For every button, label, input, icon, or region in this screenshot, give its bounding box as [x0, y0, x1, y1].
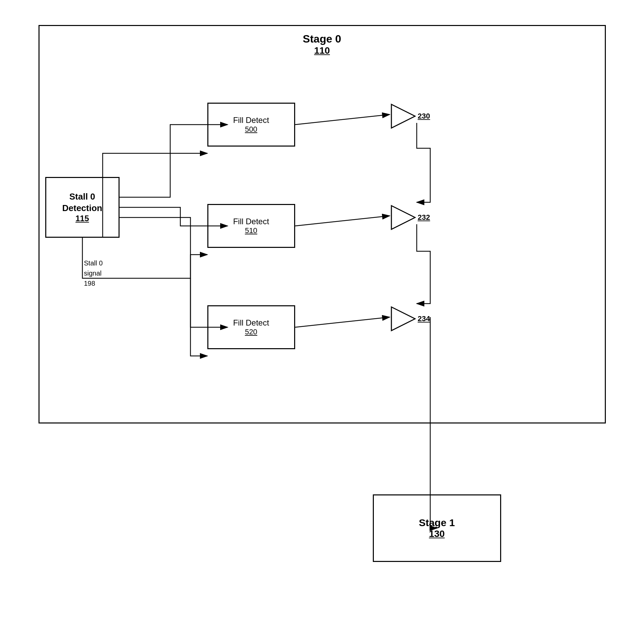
- buffer-232-icon: [390, 204, 417, 231]
- fill-detect-510: Fill Detect 510: [207, 204, 295, 248]
- fill-detect-520: Fill Detect 520: [207, 305, 295, 349]
- stage0-id: 110: [40, 45, 605, 56]
- buffer-230-icon: [390, 103, 417, 130]
- svg-marker-1: [391, 206, 415, 229]
- stage0-title: Stage 0 110: [40, 33, 605, 56]
- fill-detect-500: Fill Detect 500: [207, 103, 295, 147]
- svg-marker-2: [391, 307, 415, 331]
- stage0-box: Stage 0 110: [38, 25, 606, 423]
- fill520-title: Fill Detect: [233, 318, 269, 328]
- buffer-232-id: 232: [418, 213, 430, 222]
- buffer-232: 232: [390, 202, 430, 233]
- stage1-box: Stage 1 130: [373, 494, 501, 562]
- stage0-label: Stage 0: [40, 33, 605, 45]
- fill510-title: Fill Detect: [233, 217, 269, 226]
- buffer-234-id: 234: [418, 314, 430, 323]
- stall-detection-label: Stall 0Detection: [62, 191, 102, 214]
- buffer-230: 230: [390, 101, 430, 131]
- buffer-230-id: 230: [418, 112, 430, 121]
- fill510-id: 510: [245, 226, 257, 235]
- fill520-id: 520: [245, 328, 257, 336]
- stall-detection-id: 115: [75, 214, 89, 223]
- stall-signal-label: Stall 0 signal 198: [84, 258, 103, 288]
- buffer-234-icon: [390, 305, 417, 332]
- stall-detection-box: Stall 0Detection 115: [45, 177, 120, 238]
- fill500-title: Fill Detect: [233, 115, 269, 125]
- svg-marker-0: [391, 104, 415, 128]
- stage1-label: Stage 1: [419, 517, 455, 529]
- buffer-234: 234: [390, 304, 430, 334]
- fill500-id: 500: [245, 125, 257, 134]
- stage1-id: 130: [429, 529, 445, 539]
